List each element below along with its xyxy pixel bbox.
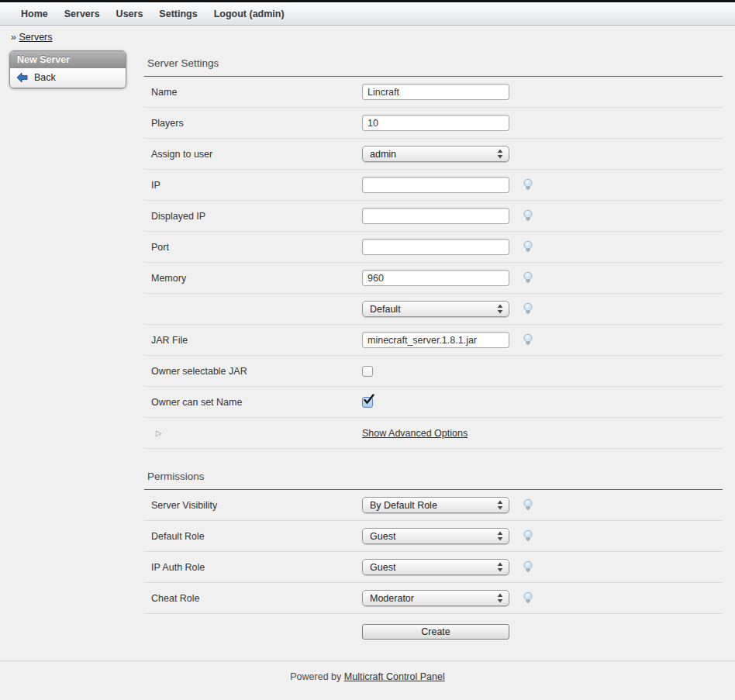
players-input[interactable]	[362, 115, 509, 131]
owner-can-set-name-checkbox[interactable]	[362, 397, 373, 408]
back-button[interactable]: Back	[10, 68, 126, 88]
field-label: Owner can set Name	[144, 397, 362, 408]
bulb-icon[interactable]	[522, 591, 534, 605]
displayed-ip-input[interactable]	[362, 208, 509, 224]
bulb-icon[interactable]	[522, 178, 534, 191]
nav-item-logout-admin[interactable]: Logout (admin)	[214, 9, 285, 19]
row-displayed-ip: Displayed IP	[144, 201, 723, 232]
row-default: Default	[144, 294, 723, 325]
select-value: admin	[370, 149, 396, 160]
updown-stepper-icon	[497, 531, 503, 541]
updown-stepper-icon	[497, 500, 503, 510]
field-label: Name	[144, 87, 362, 98]
row-create: Create	[144, 614, 723, 650]
field-label: Default Role	[144, 531, 362, 542]
select-value: Guest	[370, 562, 395, 573]
row-default-role: Default Role Guest	[144, 521, 723, 552]
row-owner-can-set-name: Owner can set Name	[144, 387, 723, 418]
multicraft-link[interactable]: Multicraft Control Panel	[344, 671, 445, 682]
server-form: Server Settings Name Players	[144, 57, 723, 650]
memory-input[interactable]	[362, 270, 509, 286]
row-port: Port	[144, 232, 723, 263]
nav-item-users[interactable]: Users	[116, 9, 143, 19]
field-label: JAR File	[144, 335, 362, 346]
ip-input[interactable]	[362, 177, 509, 193]
field-label: IP Auth Role	[144, 562, 362, 573]
row-assign-to-user: Assign to user admin	[144, 139, 723, 170]
row-ip-auth-role: IP Auth Role Guest	[144, 552, 723, 583]
select-value: Guest	[370, 531, 395, 542]
select-value: By Default Role	[370, 500, 437, 511]
name-input[interactable]	[362, 84, 509, 100]
bulb-icon[interactable]	[522, 302, 534, 316]
bulb-icon[interactable]	[522, 529, 534, 543]
field-label: Memory	[144, 273, 362, 284]
row-players: Players	[144, 108, 723, 139]
select-value: Moderator	[370, 593, 414, 604]
bulb-icon[interactable]	[522, 333, 534, 347]
panel-title: New Server	[10, 51, 126, 68]
default-select[interactable]: Default	[362, 301, 509, 317]
updown-stepper-icon	[497, 304, 503, 314]
footer-text: Powered by	[290, 671, 341, 682]
section-server-settings: Server Settings Name Players	[144, 57, 723, 449]
server-visibility-select[interactable]: By Default Role	[362, 497, 509, 513]
select-value: Default	[370, 304, 401, 315]
expand-triangle-icon[interactable]: ▷	[151, 429, 162, 437]
row-memory: Memory	[144, 263, 723, 294]
cheat-role-select[interactable]: Moderator	[362, 590, 509, 606]
field-label: Players	[144, 118, 362, 129]
nav-item-settings[interactable]: Settings	[159, 9, 197, 19]
row-jar-file: JAR File	[144, 325, 723, 356]
field-label: Displayed IP	[144, 211, 362, 222]
breadcrumb: » Servers	[0, 26, 735, 42]
breadcrumb-symbol: »	[11, 32, 16, 43]
port-input[interactable]	[362, 239, 509, 255]
row-name: Name	[144, 77, 723, 108]
breadcrumb-servers-link[interactable]: Servers	[19, 32, 52, 43]
section-permissions: Permissions Server Visibility By Default…	[144, 471, 723, 650]
main-navigation: HomeServersUsersSettingsLogout (admin)	[0, 2, 735, 26]
field-label: Owner selectable JAR	[144, 366, 362, 377]
section-title: Permissions	[144, 471, 723, 490]
back-button-label: Back	[34, 72, 56, 83]
field-label: Cheat Role	[144, 593, 362, 604]
new-server-panel: New Server Back	[9, 50, 126, 88]
ip-auth-role-select[interactable]: Guest	[362, 559, 509, 575]
bulb-icon[interactable]	[522, 271, 534, 284]
jar-file-input[interactable]	[362, 332, 509, 348]
section-title: Server Settings	[144, 57, 723, 77]
field-label: IP	[144, 180, 362, 191]
bulb-icon[interactable]	[522, 240, 534, 253]
field-label: Port	[144, 242, 362, 253]
row-ip: IP	[144, 170, 723, 201]
row-cheat-role: Cheat Role Moderator	[144, 583, 723, 614]
bulb-icon[interactable]	[522, 209, 534, 222]
bulb-icon[interactable]	[522, 560, 534, 574]
row-owner-selectable-jar: Owner selectable JAR	[144, 356, 723, 387]
field-label: Server Visibility	[144, 500, 362, 511]
field-label: ▷	[144, 429, 362, 437]
bulb-icon[interactable]	[522, 498, 534, 512]
owner-selectable-jar-checkbox[interactable]	[362, 366, 373, 377]
nav-item-home[interactable]: Home	[21, 9, 48, 19]
assign-to-user-select[interactable]: admin	[362, 146, 509, 162]
nav-item-servers[interactable]: Servers	[64, 9, 100, 19]
create-button[interactable]: Create	[362, 624, 509, 640]
updown-stepper-icon	[497, 593, 503, 603]
updown-stepper-icon	[497, 149, 503, 159]
row-show-advanced-options: ▷ Show Advanced Options	[144, 418, 723, 449]
footer: Powered by Multicraft Control Panel	[0, 661, 735, 682]
show-advanced-options-link[interactable]: Show Advanced Options	[362, 428, 468, 439]
updown-stepper-icon	[497, 562, 503, 572]
row-server-visibility: Server Visibility By Default Role	[144, 490, 723, 521]
default-role-select[interactable]: Guest	[362, 528, 509, 544]
field-label: Assign to user	[144, 149, 362, 160]
back-arrow-icon	[16, 72, 28, 83]
